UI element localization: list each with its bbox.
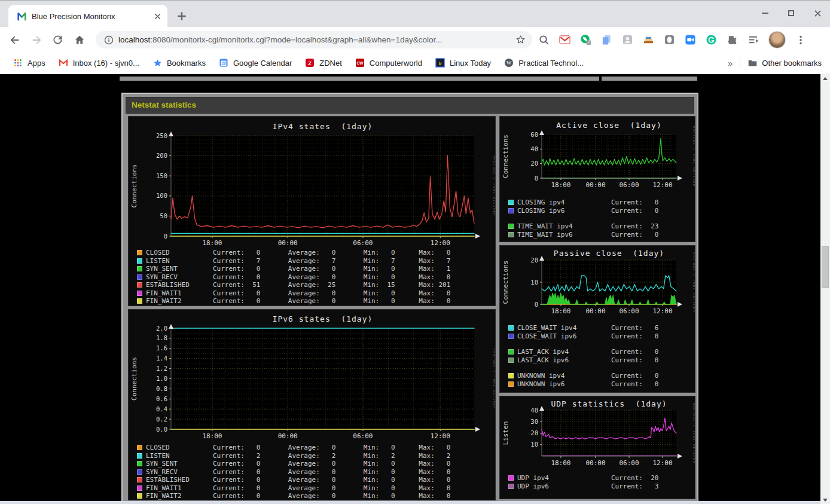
chart-ylabel: Listen	[502, 421, 509, 445]
reload-icon[interactable]	[51, 33, 65, 47]
legend-row: CLOSEDCurrent: 0 Average: 0 Min: 0 Max: …	[129, 249, 495, 257]
svg-text:28: 28	[221, 61, 226, 65]
svg-text:0.8: 0.8	[156, 385, 167, 392]
legend-row: SYN_SENTCurrent: 0 Average: 0 Min: 0 Max…	[129, 460, 495, 468]
bookmark-label: Apps	[28, 59, 45, 68]
bookmark-item-computerworld[interactable]: CWComputerworld	[355, 58, 422, 68]
extensions-puzzle-icon[interactable]	[727, 34, 738, 45]
svg-text:06:00: 06:00	[619, 307, 639, 315]
legend-swatch	[137, 258, 142, 264]
home-icon[interactable]	[73, 33, 86, 47]
legend-series-name: CLOSE_WAIT ipv4	[517, 324, 611, 332]
legend-swatch	[137, 493, 142, 499]
legend-series-name: CLOSED	[146, 444, 213, 451]
rrdtool-watermark: RRDTOOL / TOBI OETIKER	[493, 349, 496, 409]
legend-row: SYN_RECVCurrent: 0 Average: 0 Min: 0 Max…	[129, 468, 495, 476]
svg-text:150: 150	[156, 172, 167, 179]
extensions-row: ?	[538, 31, 806, 48]
legend-row: CLOSE_WAIT ipv4Current: 6	[500, 324, 695, 332]
scroll-down-icon[interactable]	[820, 496, 830, 504]
ipv6-states-chart[interactable]: 0.00.20.40.60.81.01.21.41.61.82.018:0000…	[128, 309, 496, 500]
passive-close-chart[interactable]: 0102018:0000:0006:0012:00Passive close (…	[499, 245, 695, 393]
folder-icon	[747, 58, 758, 68]
bookmark-label: Inbox (16) - sjvn0...	[73, 59, 139, 68]
bookmark-item-practical-technol[interactable]: WPractical Technol...	[504, 58, 584, 68]
chart-title: IPv6 states (1day)	[273, 314, 373, 323]
legend-values: Current: 20	[611, 474, 658, 482]
udp-statistics-chart[interactable]: 1020304018:0000:0006:0012:00UDP statisti…	[499, 396, 695, 499]
bookmarks-list: AppsInbox (16) - sjvn0...Bookmarks28Goog…	[0, 58, 584, 68]
legend-series-name: UNKNOWN ipv4	[517, 372, 611, 380]
back-icon[interactable]	[8, 33, 22, 47]
legend-row: LISTENCurrent: 7 Average: 7 Min: 7 Max: …	[129, 257, 495, 265]
legend-series-name: CLOSING ipv6	[517, 207, 611, 215]
legend-series-name: UDP ipv6	[517, 482, 611, 490]
legend-series-name: SYN_RECV	[146, 273, 213, 281]
active-close-chart[interactable]: 020406018:0000:0006:0012:00Active close …	[499, 116, 695, 242]
svg-text:00:00: 00:00	[585, 307, 605, 315]
bookmark-item-bookmarks[interactable]: Bookmarks	[152, 58, 206, 68]
svg-text:lt: lt	[439, 61, 442, 66]
netstat-section: Netstat statistics 05010015020025018:000…	[121, 93, 698, 504]
bookmarks-overflow-chevron[interactable]: »	[728, 58, 733, 68]
bookmark-item-apps[interactable]: Apps	[13, 58, 45, 68]
gmail-icon[interactable]	[559, 34, 570, 45]
bookmark-item-inbox-16-sjvn0[interactable]: Inbox (16) - sjvn0...	[59, 58, 139, 68]
legend-swatch	[508, 232, 514, 237]
forward-icon[interactable]	[30, 33, 43, 47]
privacy-badger-icon[interactable]	[664, 34, 675, 45]
scroll-up-icon[interactable]	[820, 74, 830, 83]
search-icon[interactable]	[538, 34, 550, 45]
maximize-icon[interactable]	[782, 4, 800, 22]
rrdtool-watermark: RRDTOOL / TOBI OETIKER	[692, 126, 695, 187]
svg-text:?: ?	[587, 40, 590, 44]
bookmark-item-linux-today[interactable]: ltLinux Today	[435, 58, 491, 68]
legend-swatch	[137, 453, 142, 459]
linuxtoday-icon: lt	[435, 58, 445, 68]
phone-extension-icon[interactable]: ?	[580, 34, 591, 45]
page-scrollbar[interactable]	[820, 74, 830, 504]
bookmark-star-icon[interactable]	[515, 34, 526, 45]
svg-text:00:00: 00:00	[585, 181, 605, 189]
svg-text:18:00: 18:00	[551, 459, 570, 467]
svg-text:1.8: 1.8	[156, 334, 167, 341]
ipv4-states-chart[interactable]: 05010015020025018:0000:0006:0012:00IPv4 …	[128, 116, 496, 306]
tab-close-icon[interactable]	[152, 11, 163, 22]
bookmark-label: Practical Technol...	[518, 59, 584, 68]
legend-swatch	[137, 250, 142, 255]
svg-text:12:00: 12:00	[652, 181, 672, 189]
profile-avatar[interactable]	[768, 31, 786, 48]
close-window-icon[interactable]	[808, 4, 826, 22]
url-bar[interactable]: localhost:8080/monitorix-cgi/monitorix.c…	[96, 31, 532, 48]
scrollbar-thumb[interactable]	[822, 246, 829, 288]
profile-extension-icon[interactable]	[622, 34, 633, 45]
books-stack-icon[interactable]	[643, 34, 654, 45]
bookmark-item-zdnet[interactable]: ZZDNet	[305, 58, 342, 68]
legend-series-name: ESTABLISHED	[146, 476, 213, 484]
zoom-camera-icon[interactable]	[685, 34, 696, 45]
legend-values: Current: 0 Average: 0 Min: 0 Max: 0	[213, 249, 450, 256]
url-text[interactable]: localhost:8080/monitorix-cgi/monitorix.c…	[118, 35, 511, 44]
copy-pages-icon[interactable]	[601, 34, 612, 45]
legend-row: SYN_RECVCurrent: 0 Average: 0 Min: 0 Max…	[129, 273, 495, 282]
reading-list-icon[interactable]	[747, 34, 759, 45]
bookmark-item-google-calendar[interactable]: 28Google Calendar	[219, 58, 292, 68]
browser-menu-icon[interactable]	[795, 35, 806, 45]
tab-blue-precision-monitorix[interactable]: Blue Precision Monitorix	[8, 5, 167, 28]
legend-values: Current: 0 Average: 0 Min: 0 Max: 0	[213, 468, 450, 476]
next-section-edge	[0, 501, 820, 504]
grammarly-icon[interactable]	[706, 34, 717, 45]
chart-ylabel: Connections	[502, 261, 509, 304]
other-bookmarks-button[interactable]: Other bookmarks	[747, 58, 822, 68]
legend-row: UDP ipv6Current: 3	[500, 482, 695, 491]
minimize-icon[interactable]	[756, 4, 774, 22]
legend-swatch	[137, 485, 142, 491]
page-info-icon[interactable]	[104, 35, 114, 45]
legend-values: Current: 0 Average: 0 Min: 0 Max: 0	[213, 444, 450, 451]
legend-values: Current: 0 Average: 0 Min: 0 Max: 0	[213, 460, 450, 468]
legend-row: FIN_WAIT1Current: 0 Average: 0 Min: 0 Ma…	[129, 484, 495, 493]
chart-title: Passive close (1day)	[554, 249, 664, 258]
legend-series-name: LISTEN	[146, 257, 213, 265]
new-tab-icon[interactable]	[175, 9, 189, 23]
legend-swatch	[137, 298, 142, 304]
